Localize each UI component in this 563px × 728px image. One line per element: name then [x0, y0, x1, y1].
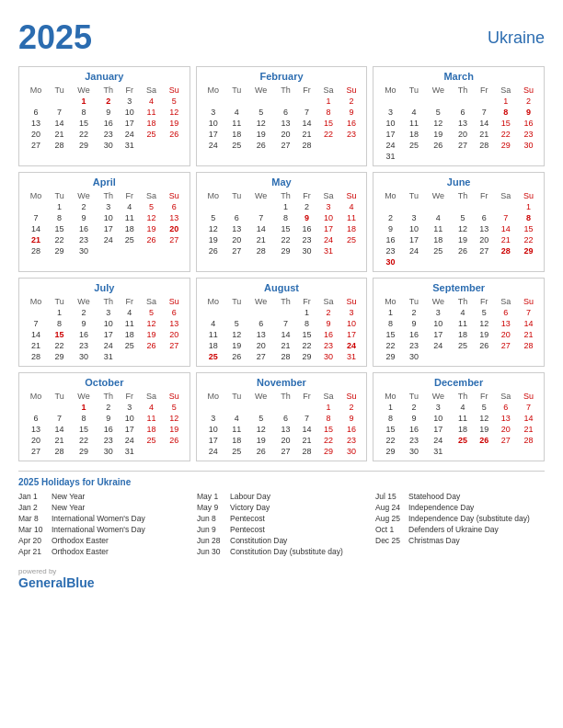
month-name: July	[23, 282, 186, 293]
cal-day	[452, 351, 474, 362]
cal-day: 12	[247, 424, 275, 435]
cal-day	[452, 96, 474, 107]
cal-day: 27	[23, 446, 49, 457]
cal-day: 12	[452, 223, 474, 234]
cal-day: 28	[517, 435, 540, 446]
cal-day: 9	[70, 318, 98, 329]
holiday-date: Aug 25	[375, 514, 405, 523]
cal-day: 5	[452, 212, 474, 223]
cal-day: 21	[275, 340, 297, 351]
month-name: November	[201, 377, 363, 388]
list-item: Apr 21Orthodox Easter	[18, 547, 188, 556]
cal-day	[201, 96, 226, 107]
cal-day: 29	[70, 446, 98, 457]
list-item: Dec 25Christmas Day	[375, 536, 545, 545]
cal-day: 22	[49, 340, 70, 351]
cal-day: 4	[452, 402, 474, 413]
month-name: January	[23, 71, 186, 82]
cal-day	[23, 307, 49, 318]
cal-day: 21	[296, 129, 317, 140]
cal-day: 6	[275, 413, 297, 424]
cal-day: 30	[403, 351, 424, 362]
cal-day: 8	[317, 413, 340, 424]
cal-day	[474, 351, 495, 362]
cal-day: 11	[140, 107, 163, 118]
cal-table: MoTuWeThFrSaSu12345678910111213141516171…	[377, 391, 540, 457]
cal-day: 3	[424, 402, 452, 413]
cal-day: 22	[70, 435, 98, 446]
cal-day: 27	[163, 234, 186, 245]
cal-day: 17	[340, 329, 363, 340]
month-box-june: JuneMoTuWeThFrSaSu1234567891011121314151…	[373, 172, 545, 272]
cal-day: 10	[98, 212, 120, 223]
cal-day: 14	[494, 223, 517, 234]
cal-day	[403, 201, 424, 212]
cal-day: 25	[201, 351, 226, 362]
cal-day: 31	[98, 351, 120, 362]
cal-day: 25	[120, 234, 141, 245]
cal-day: 19	[163, 118, 186, 129]
cal-day: 26	[247, 140, 275, 151]
cal-day: 15	[49, 223, 70, 234]
cal-day: 6	[494, 402, 517, 413]
cal-day: 28	[247, 245, 275, 256]
cal-day: 13	[275, 424, 297, 435]
list-item: May 9Victory Day	[197, 503, 366, 512]
cal-day: 15	[377, 329, 403, 340]
cal-day: 15	[70, 424, 98, 435]
cal-day: 13	[494, 413, 517, 424]
cal-day: 11	[120, 318, 141, 329]
cal-day: 1	[296, 307, 317, 318]
holiday-date: Aug 24	[375, 503, 405, 512]
cal-day	[424, 256, 452, 267]
cal-day: 1	[377, 307, 403, 318]
cal-day: 30	[70, 351, 98, 362]
cal-day: 8	[317, 107, 340, 118]
cal-day: 3	[424, 307, 452, 318]
cal-day: 3	[98, 201, 120, 212]
cal-day: 22	[317, 129, 340, 140]
cal-day: 10	[340, 318, 363, 329]
holiday-name: Christmas Day	[408, 536, 460, 545]
cal-table: MoTuWeThFrSaSu12345678910111213141516171…	[201, 190, 363, 256]
cal-day	[494, 351, 517, 362]
cal-day: 25	[140, 129, 163, 140]
cal-day	[49, 96, 70, 107]
cal-day	[403, 96, 424, 107]
list-item: Jan 2New Year	[18, 503, 188, 512]
cal-day: 29	[275, 245, 297, 256]
holiday-date: Mar 10	[18, 525, 48, 534]
cal-day: 14	[517, 318, 540, 329]
month-box-july: JulyMoTuWeThFrSaSu1234567891011121314151…	[18, 278, 190, 367]
cal-day: 3	[201, 413, 226, 424]
cal-day: 19	[452, 234, 474, 245]
cal-day	[317, 140, 340, 151]
cal-day: 26	[474, 435, 495, 446]
country-title: Ukraine	[488, 28, 545, 48]
cal-day	[23, 402, 49, 413]
cal-day: 27	[163, 340, 186, 351]
cal-day: 5	[247, 107, 275, 118]
cal-day: 21	[494, 234, 517, 245]
cal-day: 20	[23, 435, 49, 446]
cal-day: 16	[340, 424, 363, 435]
cal-day: 19	[226, 340, 247, 351]
holiday-name: New Year	[52, 492, 85, 501]
cal-day: 2	[98, 402, 120, 413]
cal-day: 8	[296, 318, 317, 329]
cal-day: 6	[474, 212, 495, 223]
cal-day: 24	[201, 446, 226, 457]
cal-day	[494, 256, 517, 267]
cal-day: 28	[49, 446, 70, 457]
cal-day: 26	[163, 129, 186, 140]
header: 2025 Ukraine	[18, 18, 545, 57]
cal-day: 5	[140, 307, 163, 318]
cal-day: 22	[317, 435, 340, 446]
cal-day: 7	[23, 212, 49, 223]
cal-day	[340, 140, 363, 151]
cal-day	[275, 96, 297, 107]
cal-day: 31	[424, 446, 452, 457]
cal-day	[517, 256, 540, 267]
cal-day	[377, 201, 403, 212]
holiday-date: Dec 25	[375, 536, 405, 545]
